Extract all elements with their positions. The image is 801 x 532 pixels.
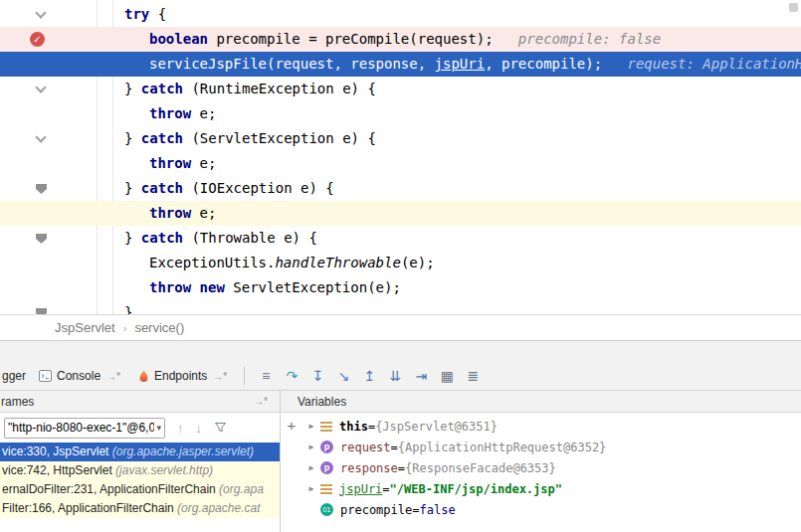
fold-end-icon[interactable] [36, 234, 47, 244]
equals-sign: = [398, 461, 405, 475]
fold-end-icon[interactable] [36, 308, 47, 314]
value-icon [320, 484, 332, 486]
code-lines: try {✓boolean precompile = preCompile(re… [0, 2, 801, 314]
code-line[interactable]: serviceJspFile(request, response, jspUri… [0, 52, 801, 77]
code-line[interactable]: try { [0, 2, 801, 27]
variable-row[interactable]: 01precompile = false [302, 499, 801, 520]
code-line[interactable]: } catch (IOException e) { [0, 176, 801, 201]
frames-panel-header: rames →* [0, 391, 280, 413]
breadcrumb-method[interactable]: service() [134, 320, 184, 335]
variable-row[interactable]: ▶presponse = {ResponseFacade@6353} [302, 457, 801, 478]
debug-toolbar: gger Console →* Endpoints →* ≡ [0, 362, 801, 390]
frame-row[interactable]: vice:742, HttpServlet (javax.servlet.htt… [0, 461, 280, 480]
previous-frame-icon[interactable]: ↑ [177, 421, 184, 436]
code-line[interactable]: throw e; [0, 101, 801, 126]
variables-list: ▶this = {JspServlet@6351}▶prequest = {Ap… [302, 413, 801, 532]
variables-body: + ▶this = {JspServlet@6351}▶prequest = {… [281, 413, 801, 532]
code-line[interactable]: } catch (RuntimeException e) { [0, 77, 801, 101]
debug-panel-spacer [0, 340, 801, 362]
code-text: e; [200, 155, 217, 171]
thread-selector[interactable]: "http-nio-8080-exec-1"@6,0... ▾ [4, 418, 165, 439]
breadcrumb-separator-icon: › [123, 322, 127, 334]
expand-chevron-icon[interactable]: ▶ [302, 463, 320, 472]
variable-name: response [340, 461, 398, 475]
code-text: } [124, 230, 141, 246]
code-text: catch [141, 230, 192, 246]
step-over-icon[interactable]: ↧ [304, 368, 330, 384]
fold-open-icon[interactable] [35, 7, 46, 18]
next-frame-icon[interactable]: ↓ [196, 421, 203, 436]
code-text: catch [141, 130, 192, 146]
code-editor[interactable]: try {✓boolean precompile = preCompile(re… [0, 0, 801, 314]
code-line[interactable]: } [0, 300, 801, 314]
editor-scrollbar[interactable] [789, 3, 798, 12]
code-line[interactable]: } catch (ServletException e) { [0, 126, 801, 151]
expand-chevron-icon[interactable]: ▶ [302, 443, 320, 451]
code-text: serviceJspFile(request, response, [149, 56, 435, 72]
variables-panel-title: Variables [298, 395, 346, 409]
frames-panel: rames →* "http-nio-8080-exec-1"@6,0... ▾… [0, 391, 281, 532]
expand-chevron-icon[interactable]: ▶ [302, 484, 320, 493]
view-breakpoints-icon[interactable]: ▦ [434, 368, 460, 384]
console-icon [39, 370, 52, 382]
force-step-into-icon[interactable]: ⇊ [382, 368, 408, 384]
variable-value: false [419, 503, 455, 517]
code-text: throw [149, 105, 200, 121]
frames-list: vice:330, JspServlet (org.apache.jasper.… [0, 443, 280, 532]
variable-row[interactable]: ▶prequest = {ApplicationHttpRequest@6352… [302, 437, 801, 457]
variables-panel-header: Variables [281, 391, 801, 413]
code-text: } [124, 304, 132, 314]
code-text: precompile = preCompile(request); [216, 31, 501, 47]
variable-row[interactable]: ▶jspUri = "/WEB-INF/jsp/index.jsp" [302, 478, 801, 499]
code-line[interactable]: throw e; [0, 201, 801, 226]
variable-row[interactable]: ▶this = {JspServlet@6351} [302, 416, 801, 437]
tab-console[interactable]: Console →* [30, 362, 129, 390]
breadcrumb-class[interactable]: JspServlet [55, 320, 115, 335]
code-line[interactable]: ✓boolean precompile = preCompile(request… [0, 27, 801, 52]
fold-end-icon[interactable] [36, 184, 47, 194]
frame-package: (javax.servlet.http) [115, 463, 213, 477]
parameter-icon: p [320, 461, 333, 474]
add-watch-icon[interactable]: + [288, 417, 297, 434]
fold-open-icon[interactable] [35, 131, 46, 142]
run-to-cursor-icon[interactable]: ⇥ [408, 368, 434, 384]
code-text: { [158, 6, 166, 22]
code-text: (e); [401, 255, 435, 270]
code-line[interactable]: } catch (Throwable e) { [0, 226, 801, 251]
frame-package: (org.apa [219, 482, 264, 496]
code-line[interactable]: throw new ServletException(e); [0, 275, 801, 300]
tab-debugger-partial[interactable]: gger [0, 369, 30, 383]
code-line[interactable]: ExceptionUtils.handleThrowable(e); [0, 251, 801, 275]
fold-open-icon[interactable] [35, 82, 46, 92]
code-text: precompile: false [501, 31, 661, 47]
tab-endpoints-label: Endpoints [154, 369, 207, 383]
hamburger-menu-icon[interactable]: ≡ [253, 368, 279, 384]
step-into-icon[interactable]: ↘ [330, 368, 356, 384]
frames-toolbar: "http-nio-8080-exec-1"@6,0... ▾ ↑ ↓ [0, 413, 280, 443]
show-execution-point-icon[interactable]: ↷ [279, 368, 304, 384]
code-text: handleThrowable [275, 255, 400, 270]
frames-pin-icon[interactable]: →* [254, 396, 268, 407]
expand-chevron-icon[interactable]: ▶ [302, 422, 320, 431]
breakpoint-icon[interactable]: ✓ [30, 32, 45, 47]
equals-sign: = [412, 503, 419, 517]
tab-console-badge: →* [106, 371, 120, 382]
code-text: catch [141, 81, 192, 96]
step-out-icon[interactable]: ↥ [356, 368, 382, 384]
value-icon [320, 422, 332, 424]
mute-breakpoints-icon[interactable]: ≣ [460, 368, 486, 384]
code-text: request: ApplicationHttpRe [611, 56, 801, 72]
code-text: } [124, 180, 141, 196]
code-line[interactable]: throw e; [0, 151, 801, 176]
code-text: } [124, 130, 141, 146]
frame-row[interactable]: Filter:166, ApplicationFilterChain (org.… [0, 499, 280, 518]
variables-toolbar: + [281, 413, 302, 532]
frame-row[interactable]: vice:330, JspServlet (org.apache.jasper.… [0, 443, 280, 461]
frame-row[interactable]: ernalDoFilter:231, ApplicationFilterChai… [0, 480, 280, 499]
tab-endpoints[interactable]: Endpoints →* [129, 362, 236, 390]
code-text: throw [149, 205, 200, 221]
filter-frames-icon[interactable] [214, 422, 227, 434]
variable-value: {JspServlet@6351} [375, 420, 498, 434]
code-text: ServletException(e); [233, 279, 401, 295]
equals-sign: = [368, 420, 375, 434]
